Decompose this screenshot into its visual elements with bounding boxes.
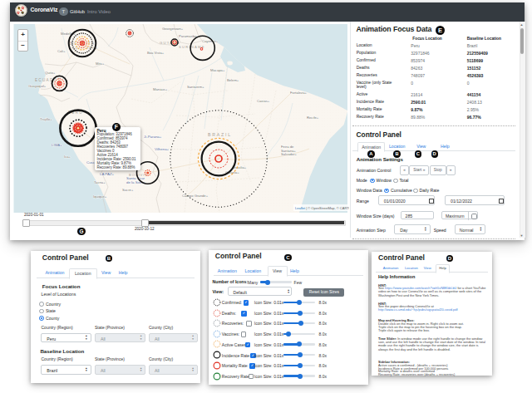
svg-text:Fortaleza+: Fortaleza+ [290,91,307,95]
svg-text:Caxias+: Caxias+ [257,99,270,103]
svg-text:Mitu+: Mitu+ [96,61,105,66]
svg-text:Leaflet | © OpenStreetMap, © C: Leaflet | © OpenStreetMap, © CARTO [295,206,349,210]
svg-text:BRAZIL: BRAZIL [208,132,232,137]
svg-text:Cali+: Cali+ [57,49,66,53]
svg-text:Tacna+: Tacna+ [94,180,106,184]
svg-text:Quito+: Quito+ [45,71,56,75]
svg-text:Guayaquil+: Guayaquil+ [28,84,47,88]
svg-text:Cayenne+: Cayenne+ [202,39,219,43]
svg-text:Recife+: Recife+ [307,115,319,120]
svg-text:Salvador+: Salvador+ [281,152,298,156]
svg-text:Ji-Parana+: Ji-Parana+ [144,135,162,139]
svg-text:Georgetown+: Georgetown+ [162,27,184,31]
svg-text:Santarem+: Santarem+ [187,85,204,89]
svg-text:Ica+: Ica+ [64,155,71,159]
svg-text:LA PAZ+: LA PAZ+ [100,172,115,176]
svg-text:Vilhena+: Vilhena+ [155,147,170,151]
svg-text:Sucre+: Sucre+ [122,188,134,192]
svg-text:Campo Grande+: Campo Grande+ [182,194,209,198]
svg-text:Boa Vista+: Boa Vista+ [147,51,165,55]
svg-text:Macapa+: Macapa+ [210,68,225,72]
svg-text:Iquique+: Iquique+ [93,194,107,199]
svg-text:LIMA+: LIMA+ [52,143,62,147]
svg-text:Trujillo+: Trujillo+ [40,117,52,121]
svg-text:Manaus+: Manaus+ [153,87,168,91]
svg-text:Belem+: Belem+ [227,78,239,82]
